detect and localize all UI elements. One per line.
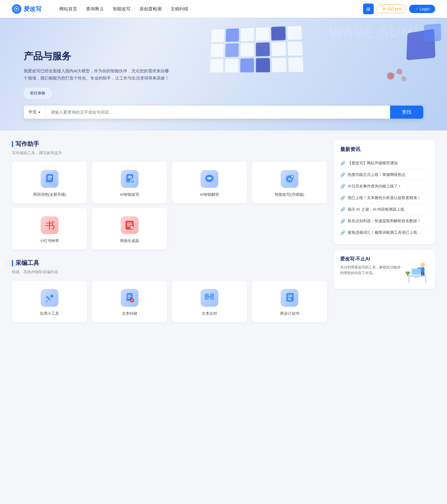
editing-section-bar (12, 260, 13, 266)
card-text-correct[interactable]: 文本纠错 (92, 281, 167, 322)
svg-rect-9 (48, 176, 52, 177)
svg-point-74 (405, 271, 408, 273)
right-panel: 最新资讯 🔗 【爱改写】网站升级模型通知 🔗 热搜功能正式上线！掌握网络热点 🔗… (334, 140, 435, 332)
logo-icon (12, 4, 21, 14)
search-button[interactable]: 查找 (390, 106, 423, 119)
link-icon-2: 🔗 (340, 184, 345, 189)
card-redbook[interactable]: 书 小红书种草 (12, 208, 87, 249)
hero-experience-button[interactable]: 前往体验 (24, 88, 52, 98)
news-item-5[interactable]: 🔗 姓名识别利器：快速提取和解析姓名数据！ (340, 215, 429, 227)
news-text-4: 揭示 AI 之谜：AI 内容检测器上线 (348, 207, 404, 212)
svg-rect-61 (408, 277, 409, 283)
card-word-color[interactable]: 用词润色(全新升级) (12, 162, 87, 203)
news-title: 最新资讯 (340, 146, 429, 153)
svg-rect-55 (287, 293, 294, 301)
svg-text:AI: AI (288, 177, 292, 181)
editing-title-text: 采编工具 (15, 259, 39, 267)
text-correct-label: 文本纠错 (97, 311, 163, 316)
word-color-icon (41, 170, 58, 188)
redbook-label: 小红书种草 (17, 238, 82, 244)
card-business-plan[interactable]: 商业计划书 (252, 281, 327, 322)
svg-rect-10 (48, 177, 52, 178)
svg-rect-59 (288, 299, 292, 300)
svg-rect-64 (412, 269, 421, 274)
news-item-1[interactable]: 🔗 热搜功能正式上线！掌握网络热点 (340, 169, 429, 181)
link-icon-3: 🔗 (340, 195, 345, 200)
svg-rect-40 (128, 295, 131, 295)
go-pro-button[interactable]: GO pro (377, 4, 406, 13)
svg-point-21 (211, 178, 212, 179)
grid-button[interactable]: ⊞ (363, 4, 374, 14)
editing-section-title: 采编工具 (12, 259, 327, 267)
nav-detect[interactable]: 原创度检测 (139, 6, 162, 12)
business-plan-label: 商业计划书 (257, 311, 322, 316)
news-item-6[interactable]: 🔗 避免违规词汇！极限词检测工具现已上线 (340, 227, 429, 238)
logo-text: 爱改写 (24, 5, 42, 13)
svg-rect-66 (415, 277, 419, 278)
search-lang-selector[interactable]: 中文 ▼ (24, 106, 46, 119)
card-ai-qa[interactable]: AI智能解答 (172, 162, 247, 203)
svg-rect-14 (128, 176, 132, 177)
svg-rect-44 (205, 294, 209, 300)
news-item-2[interactable]: 🔗 今日历史事件查询功能上线了！ (340, 181, 429, 192)
link-icon-6: 🔗 (340, 230, 345, 235)
svg-point-75 (408, 271, 410, 273)
link-icon-1: 🔗 (340, 172, 345, 177)
svg-rect-52 (211, 296, 213, 297)
search-lang-label: 中文 (28, 109, 37, 115)
svg-rect-42 (128, 298, 130, 298)
card-weekly[interactable]: 周报生成器 (92, 208, 167, 249)
svg-rect-70 (421, 272, 423, 276)
search-input[interactable] (46, 106, 390, 119)
writing-title-text: 写作助手 (15, 140, 39, 148)
editing-section: 采编工具 快速、高效的辅助采编内容 实用小工具 (12, 259, 327, 322)
small-tools-icon (41, 289, 58, 307)
svg-rect-31 (127, 224, 132, 225)
hero-section: WAVE SUMMIT 产品与服务 我爱改写已经全面接入国内AI大模型，作为你的… (0, 18, 447, 131)
svg-point-36 (51, 295, 53, 297)
promo-illustration (405, 256, 429, 283)
svg-rect-32 (127, 226, 131, 226)
hero-content: 产品与服务 我爱改写已经全面接入国内AI大模型，作为你的智能伙伴，无论您的需求来… (24, 50, 172, 98)
nav-query[interactable]: 查询释义 (86, 6, 104, 12)
logo[interactable]: 爱改写 (12, 4, 42, 14)
link-icon-5: 🔗 (340, 219, 345, 223)
nav-actions: ⊞ GO pro Login (363, 4, 435, 14)
left-panel: 写作助手 写作辅助工具，撰写效率提升 (12, 140, 327, 332)
chevron-down-icon: ▼ (38, 111, 41, 114)
writing-section-title: 写作助手 (12, 140, 327, 148)
card-small-tools[interactable]: 实用小工具 (12, 281, 87, 322)
svg-point-20 (207, 178, 209, 179)
svg-rect-11 (48, 179, 51, 180)
news-item-3[interactable]: 🔗 现已上线！文本颜色分析器让提取更精准！ (340, 192, 429, 204)
promo-desc: 充分利用爱改写的工具，解锁其功能并利用您的内容工作流。 (340, 265, 401, 276)
small-tools-label: 实用小工具 (17, 311, 82, 316)
login-button[interactable]: Login (409, 5, 435, 13)
writing-section-desc: 写作辅助工具，撰写效率提升 (12, 150, 327, 156)
hero-title: 产品与服务 (24, 50, 172, 63)
svg-rect-46 (206, 295, 208, 295)
svg-rect-48 (206, 297, 207, 298)
promo-title: 爱改写·不止AI (340, 256, 401, 262)
molecule-shapes (382, 64, 411, 89)
card-text-compare[interactable]: 文本比对 (172, 281, 247, 322)
news-item-4[interactable]: 🔗 揭示 AI 之谜：AI 内容检测器上线 (340, 204, 429, 215)
svg-rect-62 (425, 277, 426, 283)
nav-home[interactable]: 网站首页 (59, 6, 77, 12)
card-smart-rewrite[interactable]: AI 智能改写(升级版) (252, 162, 327, 203)
svg-point-33 (131, 226, 133, 229)
news-text-1: 热搜功能正式上线！掌握网络热点 (348, 172, 405, 177)
svg-rect-71 (423, 272, 424, 276)
nav-rewrite[interactable]: 智能改写 (113, 6, 131, 12)
writing-card-grid: 用词润色(全新升级) (12, 162, 327, 249)
svg-rect-15 (128, 177, 132, 178)
svg-rect-41 (128, 296, 131, 297)
text-compare-icon (201, 289, 218, 307)
svg-rect-53 (211, 297, 212, 298)
navbar: 爱改写 网站首页 查询释义 智能改写 原创度检测 文稿纠错 ⊞ GO pro L… (0, 0, 447, 18)
nav-correct[interactable]: 文稿纠错 (171, 6, 188, 12)
card-ai-rewrite[interactable]: AI智能改写 (92, 162, 167, 203)
news-item-0[interactable]: 🔗 【爱改写】网站升级模型通知 (340, 158, 429, 169)
shape-small-blue (424, 24, 441, 42)
news-text-6: 避免违规词汇！极限词检测工具现已上线 (348, 230, 417, 235)
